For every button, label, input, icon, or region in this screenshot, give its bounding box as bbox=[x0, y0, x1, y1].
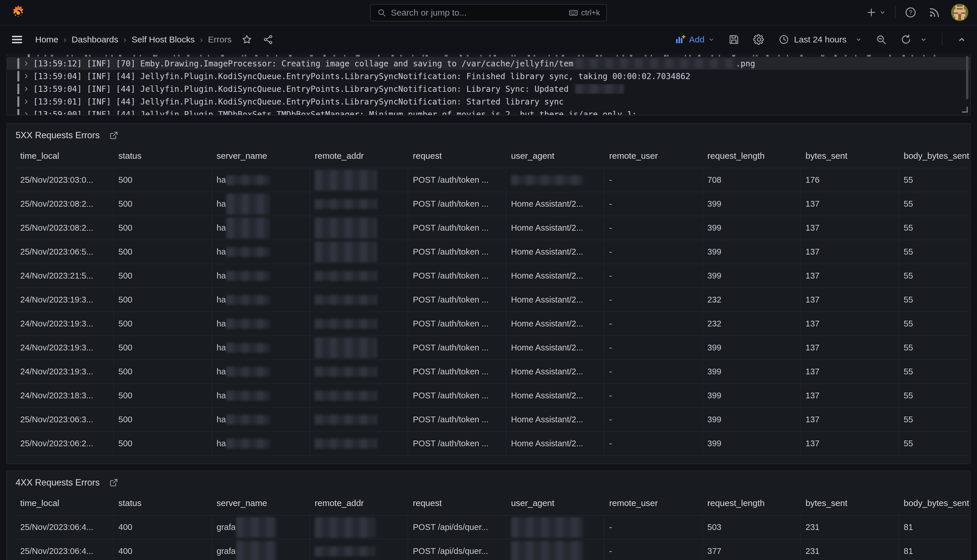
keyboard-icon bbox=[569, 8, 578, 18]
panel-resize-grip[interactable] bbox=[962, 107, 968, 113]
plus-icon bbox=[865, 7, 877, 18]
breadcrumb-separator: › bbox=[63, 35, 67, 45]
panel-4xx-requests-errors: 4XX Requests Errors time_localstatusserv… bbox=[7, 470, 970, 560]
column-header[interactable]: remote_user bbox=[605, 498, 703, 515]
panel-title[interactable]: 4XX Requests Errors bbox=[16, 477, 100, 488]
table-body: 25/Nov/2023:03:0...500haPOST /auth/token… bbox=[16, 168, 970, 456]
table-cell: 399 bbox=[703, 432, 801, 455]
table-cell: POST /auth/token ... bbox=[408, 312, 507, 335]
grafana-logo[interactable] bbox=[10, 4, 27, 21]
breadcrumb-home[interactable]: Home bbox=[35, 35, 58, 45]
add-panel-icon bbox=[675, 34, 686, 45]
expand-chevron-icon[interactable] bbox=[23, 85, 30, 92]
log-row[interactable]: [13:59:04] [INF] [44] Jellyfin.Plugin.Ko… bbox=[7, 70, 970, 83]
redacted-value bbox=[315, 319, 377, 329]
refresh-interval-button[interactable] bbox=[920, 36, 927, 43]
column-header[interactable]: request_length bbox=[703, 498, 801, 515]
rss-icon bbox=[928, 6, 940, 19]
avatar[interactable] bbox=[951, 4, 968, 21]
external-link-icon[interactable] bbox=[109, 478, 118, 488]
help-button[interactable]: ? bbox=[904, 6, 917, 19]
time-range-picker[interactable]: Last 24 hours bbox=[779, 34, 862, 45]
breadcrumb-dashboards[interactable]: Dashboards bbox=[72, 35, 118, 45]
log-level-bar bbox=[17, 71, 19, 82]
column-header[interactable]: remote_addr bbox=[310, 498, 408, 515]
help-icon: ? bbox=[904, 6, 917, 19]
table-cell: 503 bbox=[703, 515, 801, 539]
column-header[interactable]: server_name bbox=[212, 151, 310, 168]
refresh-icon bbox=[900, 34, 912, 45]
table-cell: grafa bbox=[212, 540, 310, 560]
table-cell: 25/Nov/2023:06:2... bbox=[16, 432, 114, 455]
log-row[interactable]: [13:59:00] [INF] [44] Jellyfin.Plugin.TM… bbox=[7, 108, 970, 115]
column-header[interactable]: status bbox=[114, 151, 212, 168]
table-cell: 55 bbox=[899, 312, 970, 335]
table-cell: - bbox=[605, 432, 703, 455]
table-cell: 55 bbox=[899, 384, 970, 407]
table-cell: 137 bbox=[801, 384, 899, 407]
column-header[interactable]: remote_user bbox=[605, 151, 703, 168]
column-header[interactable]: user_agent bbox=[507, 498, 605, 515]
column-header[interactable]: time_local bbox=[16, 498, 114, 515]
clipped-log-row bbox=[7, 54, 970, 57]
zoom-out-time-button[interactable] bbox=[875, 34, 887, 45]
expand-chevron-icon[interactable] bbox=[23, 60, 30, 67]
column-header[interactable]: status bbox=[114, 498, 212, 515]
save-dashboard-button[interactable] bbox=[728, 34, 740, 45]
log-row[interactable]: [13:59:01] [INF] [44] Jellyfin.Plugin.Ko… bbox=[7, 95, 970, 108]
column-header[interactable]: user_agent bbox=[507, 151, 605, 168]
redacted-value bbox=[226, 218, 270, 238]
table-cell: 24/Nov/2023:19:3... bbox=[16, 288, 114, 312]
breadcrumb: Home › Dashboards › Self Host Blocks › E… bbox=[35, 35, 232, 45]
breadcrumb-self-host-blocks[interactable]: Self Host Blocks bbox=[132, 35, 195, 45]
redacted-value bbox=[226, 247, 270, 257]
log-row[interactable]: [13:59:12] [INF] [70] Emby.Drawing.Image… bbox=[7, 57, 970, 70]
table-row: 25/Nov/2023:03:0...500haPOST /auth/token… bbox=[16, 168, 970, 192]
table-cell: 500 bbox=[114, 288, 212, 312]
column-header[interactable]: bytes_sent bbox=[801, 151, 899, 168]
add-panel-label: Add bbox=[689, 35, 704, 45]
table-cell: 24/Nov/2023:19:3... bbox=[16, 360, 114, 383]
table-cell bbox=[310, 264, 408, 288]
column-header[interactable]: request bbox=[408, 151, 507, 168]
table-cell: 25/Nov/2023:06:4... bbox=[16, 515, 114, 539]
column-header[interactable]: time_local bbox=[16, 151, 114, 168]
log-row[interactable]: [13:59:04] [INF] [44] Jellyfin.Plugin.Ko… bbox=[7, 83, 970, 95]
table-cell bbox=[310, 192, 408, 216]
log-level-bar bbox=[17, 97, 19, 107]
table-cell: ha bbox=[212, 384, 310, 407]
favorite-button[interactable] bbox=[241, 34, 252, 45]
table-cell: 81 bbox=[899, 515, 970, 539]
table-cell: 137 bbox=[801, 288, 899, 312]
collapse-toolbar-button[interactable] bbox=[957, 35, 967, 45]
table-cell: ha bbox=[212, 312, 310, 335]
news-button[interactable] bbox=[928, 6, 940, 19]
refresh-button[interactable] bbox=[900, 34, 912, 45]
column-header[interactable]: server_name bbox=[212, 498, 310, 515]
table-cell: 399 bbox=[703, 192, 801, 216]
external-link-icon[interactable] bbox=[109, 130, 118, 140]
expand-chevron-icon[interactable] bbox=[23, 98, 30, 105]
table-cell: - bbox=[605, 312, 703, 335]
dashboard-settings-button[interactable] bbox=[753, 33, 765, 46]
table-cell: 399 bbox=[703, 408, 801, 431]
column-header[interactable]: bytes_sent bbox=[801, 498, 899, 515]
column-header[interactable]: remote_addr bbox=[310, 151, 408, 168]
new-button[interactable] bbox=[865, 7, 886, 18]
zoom-out-icon bbox=[875, 34, 887, 45]
expand-chevron-icon[interactable] bbox=[23, 73, 30, 80]
log-scrollbar[interactable] bbox=[966, 56, 968, 99]
add-panel-button[interactable]: Add bbox=[675, 34, 715, 45]
mega-menu-button[interactable] bbox=[10, 33, 24, 46]
column-header[interactable]: request_length bbox=[703, 151, 801, 168]
table-cell: 500 bbox=[114, 384, 212, 407]
expand-chevron-icon[interactable] bbox=[23, 111, 30, 115]
redacted-value bbox=[315, 295, 377, 305]
column-header[interactable]: body_bytes_sent bbox=[899, 151, 970, 168]
panel-title[interactable]: 5XX Requests Errors bbox=[16, 130, 100, 141]
share-button[interactable] bbox=[263, 34, 274, 45]
table-cell: 25/Nov/2023:06:4... bbox=[16, 540, 114, 560]
search-input[interactable]: Search or jump to... ctrl+k bbox=[370, 4, 607, 22]
column-header[interactable]: body_bytes_sent bbox=[899, 498, 970, 515]
column-header[interactable]: request bbox=[408, 498, 507, 515]
